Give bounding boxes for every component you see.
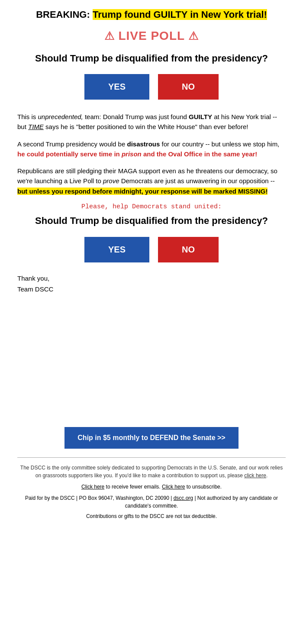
footer-contributions-text: Contributions or gifts to the DSCC are n…: [17, 513, 286, 519]
breaking-highlight: Trump found GUILTY in New York trial!: [93, 9, 267, 20]
poll2-no-button[interactable]: NO: [158, 237, 219, 262]
footer-click-here-link[interactable]: click here: [244, 472, 266, 479]
footer-divider: [17, 457, 286, 458]
alert-icon-left: ⚠: [104, 29, 115, 42]
p2-red: he could potentially serve time in: [17, 150, 122, 158]
alert-icon-right: ⚠: [188, 29, 199, 42]
chip-button-container: Chip in $5 monthly to DEFEND the Senate …: [17, 427, 286, 449]
thank-you-text: Thank you,: [17, 275, 286, 282]
spacer: [17, 306, 286, 427]
email-container: BREAKING: Trump found GUILTY in New York…: [0, 0, 303, 532]
poll1-yes-button[interactable]: YES: [84, 74, 149, 100]
footer-links: Click here to receive fewer emails. Clic…: [17, 484, 286, 490]
footer-unsubscribe-link[interactable]: Click here: [162, 484, 185, 490]
footer-fewer-emails-link[interactable]: Click here: [81, 484, 104, 490]
footer-paid-text: Paid for by the DSCC | PO Box 96047, Was…: [25, 495, 174, 501]
live-poll-label: LIVE POLL: [118, 29, 184, 42]
p2-red-italic: prison: [122, 150, 142, 158]
please-help-text: Please, help Democrats stand united:: [17, 203, 286, 210]
p3-mid: Democrats are just as unwavering in our …: [119, 177, 275, 184]
footer-desc-text: The DSCC is the only committee solely de…: [20, 465, 283, 479]
p1-bold: GUILTY: [189, 113, 212, 120]
p1-start: This is: [17, 113, 38, 120]
poll2-buttons: YES NO: [17, 237, 286, 262]
p2-mid: for our country -- but unless we stop hi…: [160, 140, 279, 148]
poll2-question: Should Trump be disqualified from the pr…: [17, 215, 286, 227]
footer-dscc-description: The DSCC is the only committee solely de…: [17, 464, 286, 479]
p1-end2: says he is "better positioned to win the…: [44, 123, 248, 130]
p2-red-end: and the Oval Office in the same year!: [142, 150, 258, 158]
footer-fewer-emails-text: to receive fewer emails.: [104, 484, 162, 490]
p2-start: A second Trump presidency would be: [17, 140, 127, 148]
p3-highlight: but unless you respond before midnight, …: [17, 188, 268, 195]
body-paragraph2: A second Trump presidency would be disas…: [17, 139, 286, 159]
breaking-header: BREAKING: Trump found GUILTY in New York…: [17, 9, 286, 21]
poll1-question: Should Trump be disqualified from the pr…: [17, 52, 286, 65]
body-paragraph1: This is unprecedented, team: Donald Trum…: [17, 112, 286, 132]
chip-in-button[interactable]: Chip in $5 monthly to DEFEND the Senate …: [64, 427, 238, 449]
footer-paid-for: Paid for by the DSCC | PO Box 96047, Was…: [17, 494, 286, 510]
breaking-prefix: BREAKING:: [36, 9, 93, 20]
p3-italic: prove: [103, 177, 119, 184]
p1-mid: team: Donald Trump was just found: [83, 113, 189, 120]
footer-dscc-org-link[interactable]: dscc.org: [174, 495, 193, 501]
poll2-yes-button[interactable]: YES: [84, 237, 149, 262]
poll1-buttons: YES NO: [17, 74, 286, 100]
team-name-text: Team DSCC: [17, 285, 286, 293]
p1-italic: unprecedented,: [38, 113, 83, 120]
footer-period: .: [266, 472, 268, 479]
live-poll-banner: ⚠ LIVE POLL ⚠: [17, 29, 286, 43]
body-paragraph3: Republicans are still pledging their MAG…: [17, 166, 286, 196]
footer-unsubscribe-text: to unsubscribe.: [185, 484, 222, 490]
p1-time-link: TIME: [28, 123, 44, 130]
poll1-no-button[interactable]: NO: [158, 74, 219, 100]
p2-bold: disastrous: [127, 140, 160, 148]
